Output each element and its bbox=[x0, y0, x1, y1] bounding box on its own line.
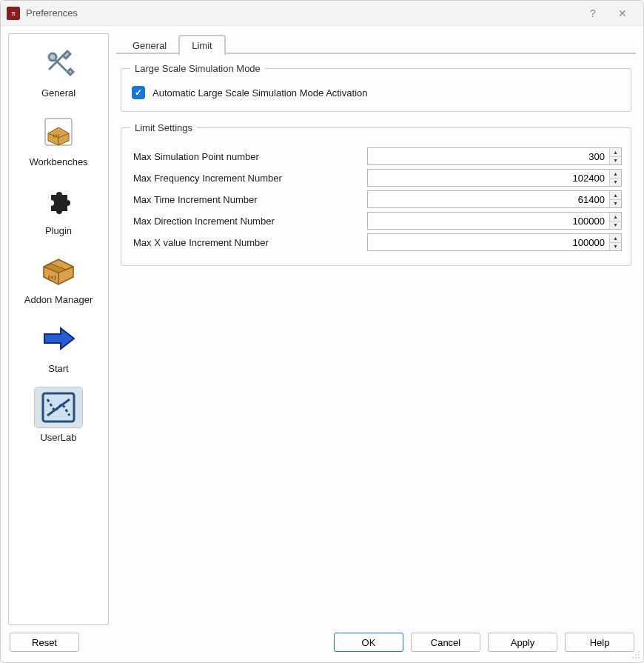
input-max-time-increment[interactable] bbox=[368, 191, 609, 207]
sidebar-item-label: Addon Manager bbox=[24, 294, 93, 305]
reset-button[interactable]: Reset bbox=[10, 633, 79, 652]
sidebar-item-userlab[interactable]: UserLab bbox=[10, 383, 107, 450]
group-limit-settings: Limit Settings Max Simulation Point numb… bbox=[121, 122, 631, 266]
sidebar-item-workbenches[interactable]: (π) Workbenches bbox=[10, 107, 107, 175]
spinbox-max-frequency-increment[interactable]: ▲ ▼ bbox=[367, 169, 622, 187]
dialog-button-bar: Reset OK Cancel Apply Help bbox=[1, 628, 643, 662]
category-sidebar[interactable]: General (π) Workbenches bbox=[8, 33, 109, 625]
sidebar-item-general[interactable]: General bbox=[10, 39, 107, 106]
app-icon: π bbox=[7, 7, 20, 20]
svg-point-5 bbox=[638, 651, 640, 653]
sidebar-item-start[interactable]: Start bbox=[10, 314, 107, 382]
spin-down-icon[interactable]: ▼ bbox=[610, 243, 621, 251]
addon-manager-icon: (π) bbox=[35, 250, 82, 290]
svg-point-10 bbox=[638, 657, 640, 659]
spin-down-icon[interactable]: ▼ bbox=[610, 179, 621, 187]
tab-limit[interactable]: Limit bbox=[178, 35, 225, 56]
svg-point-8 bbox=[632, 657, 634, 659]
checkbox-auto-large-scale[interactable]: ✓ bbox=[132, 86, 145, 99]
spin-up-icon[interactable]: ▲ bbox=[610, 191, 621, 200]
cancel-button[interactable]: Cancel bbox=[411, 633, 480, 652]
workbenches-icon: (π) bbox=[35, 112, 82, 152]
sidebar-item-label: Start bbox=[48, 363, 68, 374]
field-label: Max Direction Increment Number bbox=[130, 216, 367, 227]
sidebar-item-plugin[interactable]: Plugin bbox=[10, 176, 107, 244]
svg-text:(π): (π) bbox=[48, 273, 56, 281]
general-icon bbox=[35, 43, 82, 83]
spin-up-icon[interactable]: ▲ bbox=[610, 234, 621, 243]
spinbox-max-time-increment[interactable]: ▲ ▼ bbox=[367, 190, 622, 208]
field-label: Max Time Increment Number bbox=[130, 194, 367, 205]
row-max-x-increment: Max X value Increment Number ▲ ▼ bbox=[130, 233, 622, 251]
sidebar-item-addon-manager[interactable]: (π) Addon Manager bbox=[10, 245, 107, 313]
row-max-frequency-increment: Max Frequency Increment Number ▲ ▼ bbox=[130, 169, 622, 187]
titlebar: π Preferences ? ✕ bbox=[1, 1, 643, 26]
tab-panel-limit: Large Scale Simulation Mode ✓ Automatic … bbox=[116, 54, 636, 625]
row-max-direction-increment: Max Direction Increment Number ▲ ▼ bbox=[130, 212, 622, 230]
row-max-simulation-point: Max Simulation Point number ▲ ▼ bbox=[130, 147, 622, 165]
svg-point-7 bbox=[638, 654, 640, 656]
spin-up-icon[interactable]: ▲ bbox=[610, 148, 621, 157]
input-max-simulation-point[interactable] bbox=[368, 148, 609, 164]
spinbox-max-x-increment[interactable]: ▲ ▼ bbox=[367, 233, 622, 251]
svg-point-0 bbox=[49, 53, 56, 61]
svg-text:(π): (π) bbox=[53, 133, 60, 139]
spinbox-max-direction-increment[interactable]: ▲ ▼ bbox=[367, 212, 622, 230]
main-panel: General Limit Large Scale Simulation Mod… bbox=[116, 33, 636, 625]
window-title: Preferences bbox=[26, 7, 78, 19]
svg-point-9 bbox=[635, 657, 637, 659]
tab-general[interactable]: General bbox=[121, 36, 178, 54]
checkbox-auto-large-scale-label[interactable]: Automatic Large Scale Simulation Mode Ac… bbox=[152, 87, 368, 99]
spin-up-icon[interactable]: ▲ bbox=[610, 213, 621, 221]
sidebar-item-label: General bbox=[41, 87, 76, 99]
spinbox-max-simulation-point[interactable]: ▲ ▼ bbox=[367, 147, 622, 165]
group-legend: Limit Settings bbox=[130, 122, 197, 133]
start-icon bbox=[35, 319, 82, 359]
spin-down-icon[interactable]: ▼ bbox=[610, 221, 621, 230]
userlab-icon bbox=[35, 387, 82, 427]
sidebar-item-label: Workbenches bbox=[29, 156, 87, 167]
input-max-frequency-increment[interactable] bbox=[368, 170, 609, 186]
tab-bar: General Limit bbox=[116, 33, 636, 54]
svg-point-6 bbox=[635, 654, 637, 656]
sidebar-item-label: UserLab bbox=[40, 432, 76, 443]
help-icon[interactable]: ? bbox=[578, 3, 608, 24]
apply-button[interactable]: Apply bbox=[488, 633, 557, 652]
sidebar-item-label: Plugin bbox=[45, 225, 72, 236]
resize-grip-icon[interactable] bbox=[630, 649, 640, 659]
content-area: General (π) Workbenches bbox=[1, 26, 643, 628]
spin-down-icon[interactable]: ▼ bbox=[610, 200, 621, 208]
close-icon[interactable]: ✕ bbox=[608, 3, 637, 24]
ok-button[interactable]: OK bbox=[334, 633, 403, 652]
input-max-x-increment[interactable] bbox=[368, 234, 609, 250]
field-label: Max Simulation Point number bbox=[130, 151, 367, 162]
preferences-window: π Preferences ? ✕ bbox=[0, 0, 644, 663]
plugin-icon bbox=[35, 181, 82, 221]
field-label: Max X value Increment Number bbox=[130, 237, 367, 248]
row-max-time-increment: Max Time Increment Number ▲ ▼ bbox=[130, 190, 622, 208]
help-button[interactable]: Help bbox=[565, 633, 634, 652]
group-legend: Large Scale Simulation Mode bbox=[130, 63, 265, 74]
spin-up-icon[interactable]: ▲ bbox=[610, 170, 621, 179]
group-large-scale-mode: Large Scale Simulation Mode ✓ Automatic … bbox=[121, 63, 631, 112]
spin-down-icon[interactable]: ▼ bbox=[610, 157, 621, 165]
input-max-direction-increment[interactable] bbox=[368, 213, 609, 229]
field-label: Max Frequency Increment Number bbox=[130, 173, 367, 184]
